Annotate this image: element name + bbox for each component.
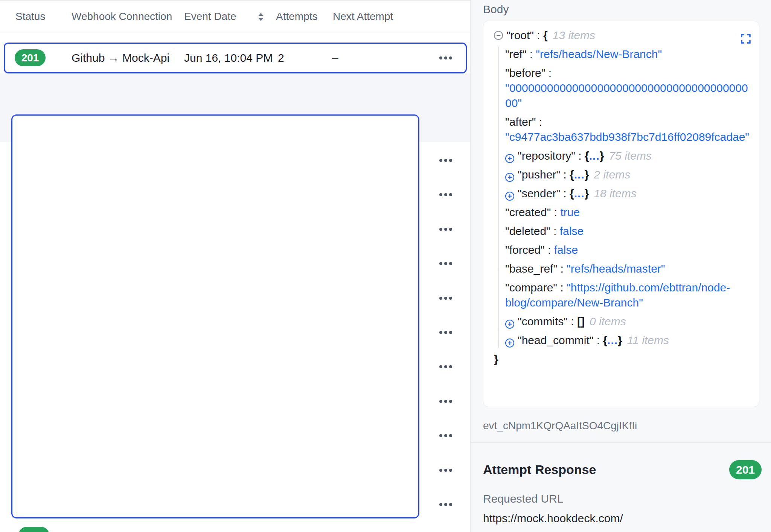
attempt-response-title: Attempt Response (483, 462, 596, 477)
row-actions-menu-button[interactable] (437, 224, 455, 235)
fullscreen-button[interactable] (739, 32, 752, 45)
json-entry-base_ref: "base_ref" : "refs/heads/master" (505, 261, 751, 276)
json-root-text: "root" : {13 items (506, 28, 595, 43)
event-detail-panel: Body − "root" : {13 items "ref" : "refs/… (470, 0, 771, 532)
json-root-line: − "root" : {13 items (494, 28, 751, 43)
json-entry-repository: +"repository" : {...}75 items (505, 148, 751, 163)
row-actions-menu-button[interactable] (437, 293, 455, 304)
row-actions-menu-button[interactable] (437, 361, 455, 372)
next-attempt-cell: – (332, 44, 338, 72)
partial-status-badge (18, 527, 49, 532)
panel-divider (471, 442, 771, 443)
json-entry-deleted: "deleted" : false (505, 224, 751, 239)
expand-icon[interactable]: + (505, 173, 514, 182)
expand-icon[interactable]: + (505, 338, 514, 348)
events-table: Status Webhook Connection Event Date Att… (0, 0, 470, 532)
json-entry-before: "before" : "0000000000000000000000000000… (505, 66, 751, 111)
json-entry-compare: "compare" : "https://github.com/ebttran/… (505, 280, 751, 310)
body-section-label: Body (483, 3, 509, 16)
attempt-response-status-badge: 201 (729, 460, 762, 479)
json-entry-commits: +"commits" : []0 items (505, 314, 751, 329)
requested-url-label: Requested URL (483, 492, 563, 505)
json-entry-forced: "forced" : false (505, 242, 751, 258)
event-date-sort-button[interactable] (255, 11, 267, 23)
json-children: "ref" : "refs/heads/New-Branch""before" … (498, 47, 751, 348)
expand-icon[interactable]: + (505, 154, 514, 163)
event-id: evt_cNpm1KQrQAaItSO4CgjIKfIi (483, 420, 637, 432)
expand-icon[interactable]: + (505, 320, 514, 329)
json-entry-sender: +"sender" : {...}18 items (505, 186, 751, 201)
json-body-card: − "root" : {13 items "ref" : "refs/heads… (483, 21, 759, 407)
json-entry-created: "created" : true (505, 205, 751, 220)
row-actions-menu-button[interactable] (437, 189, 455, 200)
json-entry-ref: "ref" : "refs/heads/New-Branch" (505, 47, 751, 62)
status-badge: 201 (15, 49, 46, 66)
row-actions-menu-button[interactable] (437, 430, 455, 441)
column-header-event-date: Event Date (184, 1, 236, 32)
fullscreen-icon (741, 34, 751, 44)
collapse-icon[interactable]: − (494, 31, 503, 40)
json-entry-head_commit: +"head_commit" : {...}11 items (505, 333, 751, 348)
column-header-next-attempt: Next Attempt (333, 1, 393, 32)
json-entry-pusher: +"pusher" : {...}2 items (505, 167, 751, 182)
row-actions-menu-button[interactable] (437, 396, 455, 407)
row-actions-menu-button[interactable] (437, 258, 455, 269)
row-actions-menu-button[interactable] (437, 499, 455, 510)
row-actions-menu-button[interactable] (437, 52, 455, 64)
row-actions-menu-button[interactable] (437, 465, 455, 476)
sort-arrows-icon (257, 12, 265, 22)
expanded-body-preview-box (11, 114, 419, 518)
attempts-cell: 2 (278, 44, 284, 72)
root-items-count: 13 items (553, 29, 595, 41)
column-header-status: Status (15, 1, 45, 32)
table-header: Status Webhook Connection Event Date Att… (0, 1, 470, 32)
json-closing-brace: } (494, 352, 751, 367)
webhook-connection-cell: Github → Mock-Api (72, 44, 169, 72)
json-entry-after: "after" : "c9477ac3ba637bdb938f7bc7d16ff… (505, 114, 751, 145)
row-actions-menu-button[interactable] (437, 327, 455, 338)
event-date-cell: Jun 16, 10:04 PM (184, 44, 273, 72)
requested-url-value: https://mock.hookdeck.com/ (483, 512, 623, 525)
column-header-attempts: Attempts (276, 1, 317, 32)
column-header-webhook-connection: Webhook Connection (72, 1, 172, 32)
expand-icon[interactable]: + (505, 192, 514, 201)
row-actions-menu-button[interactable] (437, 155, 455, 166)
event-row-selected[interactable]: 201 Github → Mock-Api Jun 16, 10:04 PM 2… (4, 43, 467, 73)
